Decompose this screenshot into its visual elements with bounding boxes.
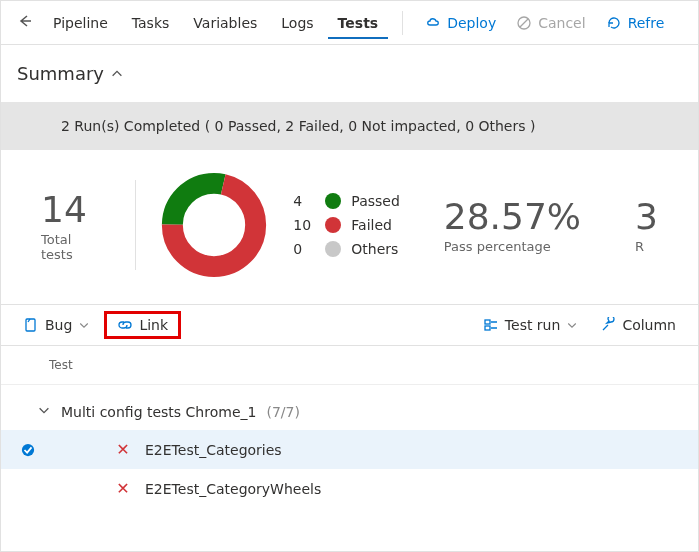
chevron-down-icon	[78, 319, 90, 331]
selected-check-icon	[21, 443, 35, 457]
failed-x-icon: ✕	[115, 440, 131, 459]
chart-legend: 4 Passed 10 Failed 0 Others	[293, 193, 399, 257]
legend-passed-label: Passed	[351, 193, 399, 209]
top-nav: Pipeline Tasks Variables Logs Tests Depl…	[1, 1, 698, 45]
test-group-count: (7/7)	[266, 404, 299, 420]
toolbar: Bug Link Test run Column	[1, 304, 698, 346]
wrench-icon	[600, 317, 616, 333]
legend-others-num: 0	[293, 241, 315, 257]
pass-percentage-stat: 28.57% Pass percentage	[444, 196, 605, 254]
link-button[interactable]: Link	[104, 311, 181, 339]
failed-x-icon: ✕	[115, 479, 131, 498]
legend-others-label: Others	[351, 241, 398, 257]
test-tree: Multi config tests Chrome_1 (7/7) ✕ E2ET…	[1, 385, 698, 508]
chevron-down-icon[interactable]	[37, 403, 51, 420]
test-run-icon	[483, 317, 499, 333]
legend-passed: 4 Passed	[293, 193, 399, 209]
legend-failed-label: Failed	[351, 217, 392, 233]
svg-rect-6	[485, 326, 490, 330]
test-group-name: Multi config tests Chrome_1	[61, 404, 256, 420]
chevron-up-icon	[110, 67, 124, 81]
stats-row: 14 Total tests 4 Passed 10 Failed 0 Othe…	[1, 150, 698, 304]
svg-rect-5	[485, 320, 490, 324]
svg-rect-4	[26, 319, 35, 331]
legend-failed-num: 10	[293, 217, 315, 233]
bug-label: Bug	[45, 317, 72, 333]
test-name: E2ETest_CategoryWheels	[145, 481, 321, 497]
tab-logs[interactable]: Logs	[271, 7, 323, 39]
cut-stat: 3 R	[635, 196, 682, 254]
summary-header[interactable]: Summary	[1, 45, 698, 102]
total-tests-stat: 14 Total tests	[41, 189, 111, 262]
cut-label: R	[635, 239, 658, 254]
deploy-label: Deploy	[447, 15, 496, 31]
total-tests-number: 14	[41, 189, 87, 230]
status-bar: 2 Run(s) Completed ( 0 Passed, 2 Failed,…	[1, 102, 698, 150]
stats-divider	[135, 180, 136, 270]
link-label: Link	[139, 317, 168, 333]
test-run-label: Test run	[505, 317, 561, 333]
total-tests-label: Total tests	[41, 232, 87, 262]
chevron-down-icon	[566, 319, 578, 331]
cut-number: 3	[635, 196, 658, 237]
nav-divider	[402, 11, 403, 35]
dot-icon-gray	[325, 241, 341, 257]
test-name: E2ETest_Categories	[145, 442, 282, 458]
column-header-test[interactable]: Test	[1, 346, 698, 385]
column-label: Column	[622, 317, 676, 333]
dot-icon-red	[325, 217, 341, 233]
back-arrow-icon[interactable]	[11, 7, 39, 38]
pass-percentage-label: Pass percentage	[444, 239, 581, 254]
svg-point-7	[22, 443, 34, 455]
cancel-label: Cancel	[538, 15, 585, 31]
cancel-button: Cancel	[508, 9, 593, 37]
refresh-button[interactable]: Refre	[598, 9, 673, 37]
tab-pipeline[interactable]: Pipeline	[43, 7, 118, 39]
test-row[interactable]: ✕ E2ETest_Categories	[1, 430, 698, 469]
results-donut-chart	[159, 170, 269, 280]
summary-title: Summary	[17, 63, 104, 84]
legend-others: 0 Others	[293, 241, 399, 257]
legend-passed-num: 4	[293, 193, 315, 209]
dot-icon-green	[325, 193, 341, 209]
bug-button[interactable]: Bug	[15, 311, 98, 339]
pass-percentage-number: 28.57%	[444, 196, 581, 237]
test-group-row[interactable]: Multi config tests Chrome_1 (7/7)	[1, 393, 698, 430]
tab-variables[interactable]: Variables	[183, 7, 267, 39]
tab-tests[interactable]: Tests	[328, 7, 389, 39]
column-options-button[interactable]: Column	[592, 311, 684, 339]
tab-tasks[interactable]: Tasks	[122, 7, 180, 39]
deploy-button[interactable]: Deploy	[417, 9, 504, 37]
bug-icon	[23, 317, 39, 333]
test-run-button[interactable]: Test run	[475, 311, 587, 339]
test-row[interactable]: ✕ E2ETest_CategoryWheels	[1, 469, 698, 508]
link-icon	[117, 317, 133, 333]
refresh-label: Refre	[628, 15, 665, 31]
legend-failed: 10 Failed	[293, 217, 399, 233]
